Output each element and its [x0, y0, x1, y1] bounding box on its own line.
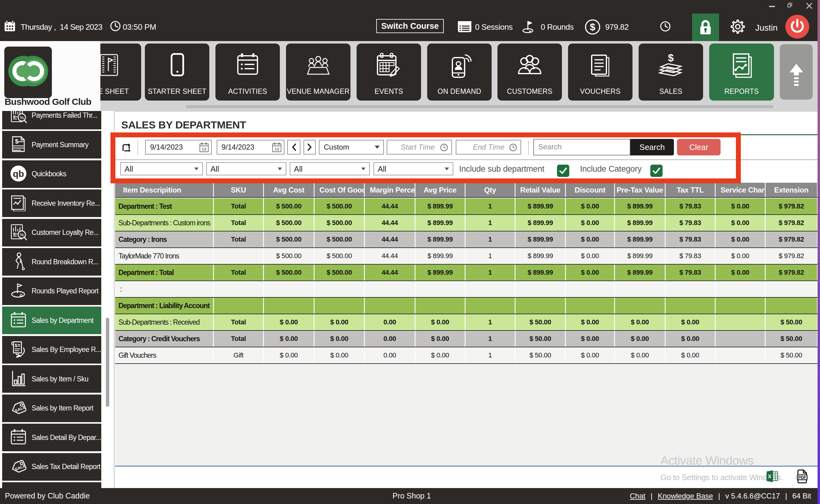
svg-text:$: $	[13, 231, 16, 236]
svg-text:PDF: PDF	[798, 475, 806, 480]
svg-text:X: X	[768, 474, 772, 479]
svg-text:$: $	[590, 21, 595, 32]
svg-text:$: $	[668, 52, 674, 63]
svg-text:%: %	[20, 232, 24, 237]
svg-text:$: $	[15, 343, 17, 348]
svg-text:$: $	[15, 138, 18, 145]
svg-text:qb: qb	[13, 169, 24, 179]
svg-text:%: %	[20, 115, 24, 120]
svg-text:$: $	[13, 114, 16, 119]
